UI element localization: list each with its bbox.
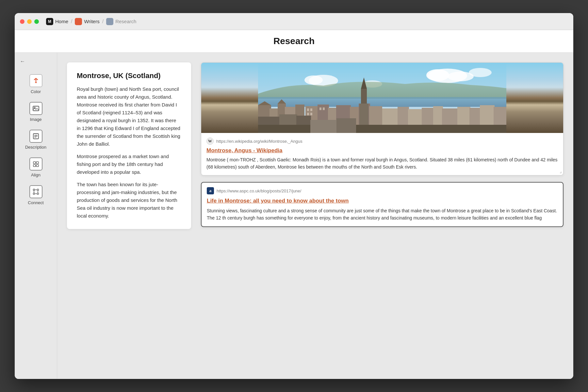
svg-rect-69 <box>336 118 356 133</box>
svg-point-17 <box>37 193 39 195</box>
wiki-title[interactable]: Montrose, Angus - Wikipedia <box>206 147 558 154</box>
breadcrumb-writers-label: Writers <box>84 19 99 24</box>
svg-point-24 <box>426 69 449 81</box>
connect-icon <box>29 185 42 198</box>
page-title-bar: Research <box>15 30 573 53</box>
svg-rect-46 <box>398 107 409 125</box>
wiki-url-row: W https://en.wikipedia.org/wiki/Montrose… <box>206 138 558 145</box>
minimize-button[interactable] <box>27 19 32 24</box>
resize-handle[interactable]: ⌟ <box>560 169 562 174</box>
aspc-desc: Stunning views, fascinating culture and … <box>207 207 558 221</box>
svg-rect-67 <box>258 125 506 133</box>
svg-rect-50 <box>442 108 458 125</box>
svg-rect-49 <box>433 106 443 125</box>
svg-rect-63 <box>323 107 325 110</box>
aspc-title[interactable]: Life in Montrose: all you need to know a… <box>207 197 558 205</box>
svg-rect-3 <box>35 82 37 83</box>
image-label: Image <box>30 117 41 122</box>
maximize-button[interactable] <box>34 19 39 24</box>
sidebar-item-connect[interactable]: Connect <box>15 181 57 209</box>
svg-rect-44 <box>369 106 382 125</box>
svg-rect-10 <box>33 162 36 164</box>
page-title: Research <box>28 36 560 46</box>
wiki-content: W https://en.wikipedia.org/wiki/Montrose… <box>201 133 563 175</box>
aspc-url: https://www.aspc.co.uk/blog/posts/2017/j… <box>217 188 301 193</box>
text-card-title: Montrose, UK (Scotland) <box>77 72 181 80</box>
back-button[interactable]: ← <box>15 56 57 67</box>
description-label: Description <box>25 145 46 150</box>
breadcrumb-sep-2: / <box>102 19 104 24</box>
titlebar: M Home / Writers / Research <box>15 13 573 30</box>
wiki-image <box>201 63 563 133</box>
breadcrumb-writers[interactable]: Writers <box>75 18 99 25</box>
connect-label: Connect <box>28 200 43 205</box>
svg-point-15 <box>37 189 39 191</box>
color-icon <box>29 74 42 87</box>
align-label: Align <box>31 172 41 177</box>
breadcrumb-research[interactable]: Research <box>106 18 136 25</box>
svg-point-14 <box>33 189 35 191</box>
sidebar-item-description[interactable]: Description <box>15 126 57 154</box>
wiki-url: https://en.wikipedia.org/wiki/Montrose,_… <box>216 139 302 144</box>
breadcrumb-sep-1: / <box>71 19 72 24</box>
right-column: W https://en.wikipedia.org/wiki/Montrose… <box>201 62 564 227</box>
text-card: Montrose, UK (Scotland) Royal burgh (tow… <box>67 62 191 229</box>
svg-rect-57 <box>359 104 368 125</box>
sidebar-item-align[interactable]: Align <box>15 154 57 181</box>
breadcrumb: M Home / Writers / Research <box>46 18 136 25</box>
svg-rect-62 <box>319 107 321 110</box>
svg-rect-45 <box>382 108 399 125</box>
description-icon <box>29 130 42 143</box>
svg-rect-53 <box>480 105 495 125</box>
svg-rect-51 <box>457 107 470 125</box>
svg-point-27 <box>304 75 323 85</box>
close-button[interactable] <box>20 19 24 24</box>
back-arrow: ← <box>20 58 25 64</box>
home-icon: M <box>46 18 53 25</box>
sidebar-item-image[interactable]: Image <box>15 98 57 126</box>
text-card-para-3: The town has been known for its jute-pro… <box>77 181 181 220</box>
svg-rect-58 <box>307 108 309 111</box>
main-layout: ← Color <box>15 53 573 379</box>
traffic-lights <box>20 19 39 24</box>
svg-rect-47 <box>408 109 423 125</box>
aspc-url-row: a https://www.aspc.co.uk/blog/posts/2017… <box>207 187 558 194</box>
text-card-para-1: Royal burgh (town) and North Sea port, c… <box>77 85 181 148</box>
wiki-card: W https://en.wikipedia.org/wiki/Montrose… <box>201 62 564 175</box>
app-window: M Home / Writers / Research Research ← <box>15 13 573 379</box>
research-icon <box>106 18 113 25</box>
image-icon <box>29 102 42 115</box>
svg-rect-12 <box>33 165 36 167</box>
breadcrumb-home-label: Home <box>55 19 68 24</box>
svg-rect-52 <box>469 108 481 125</box>
text-card-para-2: Montrose prospered as a market town and … <box>77 153 181 176</box>
svg-rect-59 <box>310 108 312 111</box>
svg-point-28 <box>469 68 492 77</box>
svg-rect-48 <box>422 108 434 125</box>
svg-rect-11 <box>36 162 39 164</box>
svg-rect-54 <box>494 107 506 125</box>
content-area: Montrose, UK (Scotland) Royal burgh (tow… <box>57 53 573 379</box>
color-label: Color <box>31 89 41 94</box>
aspc-card: a https://www.aspc.co.uk/blog/posts/2017… <box>201 182 564 227</box>
svg-rect-61 <box>310 113 312 115</box>
svg-rect-60 <box>307 113 309 115</box>
wiki-badge: W <box>206 138 214 145</box>
svg-rect-68 <box>310 120 336 133</box>
svg-rect-13 <box>36 165 39 167</box>
aspc-badge: a <box>207 187 214 194</box>
writers-icon <box>75 18 82 25</box>
breadcrumb-home[interactable]: M Home <box>46 18 68 25</box>
svg-rect-4 <box>33 106 39 111</box>
svg-point-16 <box>33 193 35 195</box>
aspc-content: a https://www.aspc.co.uk/blog/posts/2017… <box>202 183 563 226</box>
sidebar: ← Color <box>15 53 57 379</box>
sidebar-item-color[interactable]: Color <box>15 70 57 98</box>
align-icon <box>29 157 42 171</box>
wiki-desc: Montrose ( mon-TROHZ , Scottish Gaelic: … <box>206 156 558 171</box>
breadcrumb-research-label: Research <box>115 19 136 24</box>
